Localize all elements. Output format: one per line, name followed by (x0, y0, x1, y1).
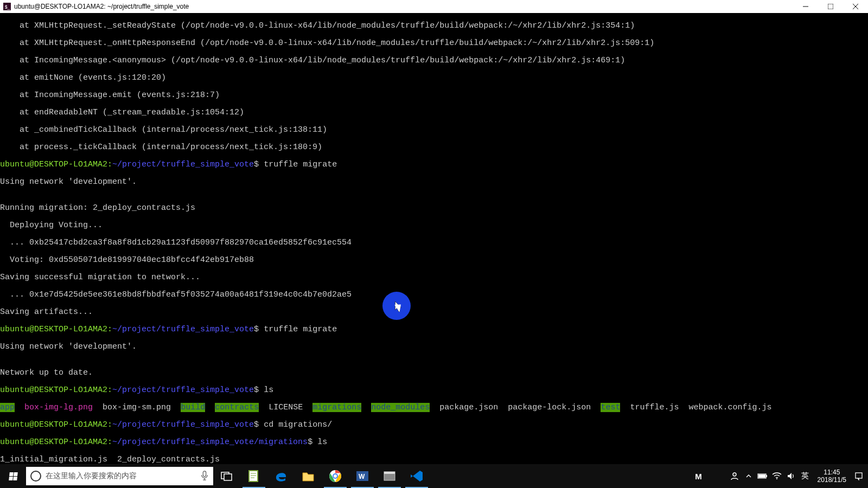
output-line: Saving successful migration to network..… (0, 273, 868, 282)
stack-line: at endReadableNT (_stream_readable.js:10… (0, 108, 868, 117)
clock-time: 11:45 (818, 468, 846, 476)
tray-volume-icon[interactable] (784, 464, 798, 488)
tray-chevron-up-icon[interactable] (742, 464, 756, 488)
taskbar-apps: W (213, 464, 430, 488)
tray-ime-lang[interactable]: 英 (798, 464, 812, 488)
taskbar-app-vscode[interactable] (403, 464, 430, 488)
output-line: ... 0xb25417cbd2ca3f8a8f8d1cb29a1123fd50… (0, 239, 868, 247)
svg-point-24 (776, 478, 777, 479)
taskbar-app-edge[interactable] (267, 464, 295, 488)
output-line: Saving artifacts... (0, 308, 868, 317)
output-line: Network up to date. (0, 369, 868, 377)
cmd-migrate: truffle migrate (264, 325, 337, 334)
window-title: ubuntu@DESKTOP-LO1AMA2: ~/project/truffl… (14, 3, 189, 10)
search-placeholder: 在这里输入你要搜索的内容 (46, 471, 137, 481)
output-line: ... 0x1e7d5425de5ee361e8bd8fbbdfeaf5f035… (0, 291, 868, 299)
tray-notifications-icon[interactable] (852, 464, 866, 488)
clock-date: 2018/11/5 (818, 476, 846, 484)
prompt-user: ubuntu@DESKTOP-LO1AMA2 (0, 160, 107, 169)
prompt-path: ~/project/truffle_simple_vote (112, 160, 254, 169)
svg-rect-9 (249, 471, 258, 481)
stack-line: at IncomingMessage.<anonymous> (/opt/nod… (0, 56, 868, 65)
output-line: Deploying Voting... (0, 221, 868, 230)
ls-output: app box-img-lg.png box-img-sm.png build … (0, 403, 868, 412)
search-box[interactable]: 在这里输入你要搜索的内容 (26, 467, 213, 485)
taskbar-app-explorer[interactable] (295, 464, 322, 488)
terminal-icon: $_ (3, 3, 11, 10)
window-titlebar: $_ ubuntu@DESKTOP-LO1AMA2: ~/project/tru… (0, 0, 868, 13)
tray-wifi-icon[interactable] (770, 464, 784, 488)
taskbar: 在这里输入你要搜索的内容 W M 英 11:45 2018/11/5 (0, 464, 868, 488)
svg-point-15 (334, 474, 337, 478)
windows-logo-icon (9, 472, 18, 480)
svg-rect-3 (828, 4, 833, 9)
tray-people-icon[interactable] (727, 464, 742, 488)
taskbar-app-word[interactable]: W (349, 464, 376, 488)
tray-battery-icon[interactable] (756, 464, 770, 488)
cortana-icon (30, 471, 41, 481)
taskbar-app-terminal[interactable] (376, 464, 403, 488)
output-line: Voting: 0xd5505071de819997040ec18bfcc4f4… (0, 256, 868, 265)
cmd-ls: ls (317, 438, 327, 447)
terminal-body[interactable]: at XMLHttpRequest._setReadyState (/opt/n… (0, 13, 868, 464)
tray-clock[interactable]: 11:45 2018/11/5 (812, 468, 852, 484)
cmd-migrate: truffle migrate (264, 160, 337, 169)
start-button[interactable] (0, 464, 26, 488)
stack-line: at IncomingMessage.emit (events.js:218:7… (0, 91, 868, 100)
output-line: Using network 'development'. (0, 178, 868, 187)
svg-rect-6 (203, 471, 206, 476)
stack-line: at process._tickCallback (internal/proce… (0, 143, 868, 152)
taskbar-app-chrome[interactable] (322, 464, 349, 488)
close-button[interactable] (843, 0, 868, 13)
system-tray: M 英 11:45 2018/11/5 (692, 464, 868, 488)
svg-point-20 (733, 473, 736, 476)
stack-line: at XMLHttpRequest._setReadyState (/opt/n… (0, 22, 868, 30)
task-view-button[interactable] (213, 464, 240, 488)
svg-rect-8 (224, 474, 232, 480)
svg-text:$_: $_ (5, 4, 10, 10)
stack-line: at _combinedTickCallback (internal/proce… (0, 126, 868, 134)
cmd-cd: cd migrations/ (264, 420, 332, 429)
microphone-icon[interactable] (200, 471, 209, 482)
svg-rect-19 (384, 472, 395, 474)
taskbar-app-notepad[interactable] (240, 464, 267, 488)
window-controls (793, 0, 868, 13)
svg-rect-25 (856, 473, 862, 478)
stack-line: at XMLHttpRequest._onHttpResponseEnd (/o… (0, 39, 868, 48)
maximize-button[interactable] (818, 0, 843, 13)
tray-ime-letter[interactable]: M (692, 464, 706, 488)
output-line: 1_initial_migration.js 2_deploy_contract… (0, 455, 868, 464)
svg-rect-22 (766, 475, 767, 477)
stack-line: at emitNone (events.js:120:20) (0, 74, 868, 82)
minimize-button[interactable] (793, 0, 818, 13)
svg-text:W: W (359, 473, 365, 480)
output-line: Using network 'development'. (0, 343, 868, 351)
svg-rect-23 (758, 474, 765, 478)
output-line: Running migration: 2_deploy_contracts.js (0, 204, 868, 213)
cmd-ls: ls (264, 386, 273, 395)
